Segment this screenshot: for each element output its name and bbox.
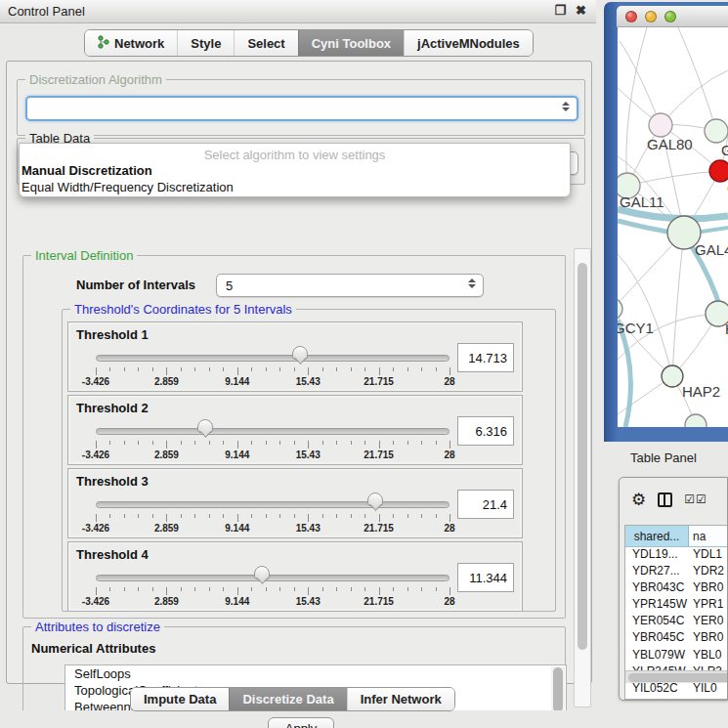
table-cell: YDL19... [625,547,689,564]
network-node-label: GAL11 [620,193,664,210]
threshold-value-field[interactable]: 21.4 [457,490,514,519]
bottom-tab-bar: Impute DataDiscretize DataInfer Network [130,687,455,711]
attribute-item[interactable]: SelfLoops [65,665,566,682]
network-window-titlebar[interactable] [617,6,728,27]
table-cell: YBR043C [625,580,689,597]
slider-track[interactable] [96,501,450,508]
slider-track[interactable] [96,428,450,435]
slider-handle[interactable] [292,346,308,360]
tab-infer-network[interactable]: Infer Network [347,688,454,710]
slider-tick-labels: -3.4262.8599.14415.4321.71528 [96,596,450,608]
slider-handle[interactable] [254,566,270,579]
network-edge-highlighted[interactable] [618,321,630,427]
table-cell: YDL1 [689,547,727,564]
threshold-panel: Threshold 2-3.4262.8599.14415.4321.71528… [67,395,523,465]
num-intervals-combobox[interactable]: 5 [216,274,484,297]
threshold-value-field[interactable]: 14.713 [457,343,514,372]
table-horizontal-scrollbar[interactable] [625,670,727,683]
table-row[interactable]: YIL052CYIL0 [625,681,727,698]
columns-icon[interactable] [658,492,672,507]
threshold-label: Threshold 2 [76,401,149,415]
tab-jactivemnodules[interactable]: jActiveMNodules [404,30,533,56]
zoom-traffic-light-icon[interactable] [664,11,676,22]
float-window-icon[interactable]: ❐ [554,3,566,18]
network-node-label: GAL80 [647,136,693,152]
threshold-label: Threshold 1 [76,327,149,342]
table-row[interactable]: YBL079WYBL0 [625,648,727,664]
tab-label: Style [191,36,221,51]
network-edge[interactable] [626,27,647,186]
table-row[interactable]: YBR045CYBR0 [625,630,727,647]
table-cell: YBR0 [689,630,727,647]
slider-track[interactable] [96,575,450,581]
discretization-algorithm-group: Discretization Algorithm [17,79,585,136]
apply-button[interactable]: Apply [268,717,334,728]
tab-network[interactable]: Network [85,30,177,56]
select-columns-checkboxes-icon[interactable]: ☑☑ [684,492,707,506]
tab-label: Infer Network [361,692,442,707]
node-table: shared... na YDL19...YDL1YDR27...YDR2YBR… [624,525,727,700]
network-edge[interactable] [618,254,672,376]
table-cell: YBL0 [689,648,727,664]
slider-track[interactable] [96,355,450,362]
control-panel-titlebar: Control Panel ❐ ✖ [0,0,596,23]
table-cell: YBR0 [689,580,727,597]
network-edge[interactable] [661,70,728,125]
attributes-scrollbar[interactable] [551,666,565,710]
column-header[interactable]: na [689,526,727,546]
table-row[interactable]: YDL19...YDL1 [625,547,727,564]
network-node[interactable] [705,119,728,143]
table-cell: YIL052C [625,681,689,698]
tab-impute-data[interactable]: Impute Data [131,688,229,710]
settings-vertical-scrollbar[interactable] [574,248,591,707]
threshold-value-field[interactable]: 11.344 [457,563,514,592]
threshold-value-field[interactable]: 6.316 [457,416,514,446]
slider-handle[interactable] [367,492,383,506]
cyni-toolbox-panel: Discretization Algorithm Select algorith… [6,61,592,684]
table-panel-toolbar: ⚙ ☑☑ [620,478,727,521]
tab-style[interactable]: Style [177,30,234,56]
slider-handle[interactable] [197,419,213,433]
close-icon[interactable]: ✖ [576,3,586,18]
table-row[interactable]: YBR043CYBR0 [625,580,727,597]
network-node[interactable] [649,113,672,137]
table-header-row: shared... na [625,526,727,547]
network-node[interactable] [618,298,622,320]
group-title: Threshold's Coordinates for 5 Intervals [70,302,296,317]
column-header[interactable]: shared... [625,526,689,546]
close-traffic-light-icon[interactable] [625,11,637,22]
table-row[interactable]: YPR145WYPR1 [625,597,727,614]
top-tab-bar: NetworkStyleSelectCyni ToolboxjActiveMNo… [84,29,534,57]
network-node-label: HAP2 [682,383,720,400]
network-canvas[interactable]: GAL80GACGAL11GAL4GCY1HHAP2 [618,27,728,427]
network-node[interactable] [685,414,707,427]
algorithm-combobox[interactable] [25,96,578,121]
tab-discretize-data[interactable]: Discretize Data [229,688,346,710]
tab-label: Cyni Toolbox [312,36,391,51]
network-node[interactable] [709,160,728,182]
settings-scroll-area: Interval Definition Number of Intervals … [17,247,593,710]
slider-ticks [96,441,450,449]
stepper-icon [468,278,476,288]
table-cell: YPR1 [689,597,727,614]
network-edge-highlighted[interactable] [618,209,728,219]
table-row[interactable]: YER054CYER0 [625,614,727,630]
threshold-panel: Threshold 3-3.4262.8599.14415.4321.71528… [67,468,523,538]
tab-label: Select [247,36,284,51]
tab-label: Discretize Data [242,692,333,707]
dropdown-option[interactable]: Manual Discretization [20,162,570,179]
table-panel-title: Table Panel [630,450,697,465]
dropdown-option[interactable]: Equal Width/Frequency Discretization [20,179,570,195]
tab-cyni-toolbox[interactable]: Cyni Toolbox [298,30,404,56]
gear-icon[interactable]: ⚙ [631,490,646,510]
tab-label: Impute Data [144,692,216,707]
group-title: Interval Definition [31,248,137,263]
network-edge[interactable] [672,233,684,376]
network-node-label: GA [721,142,728,158]
num-intervals-label: Number of Intervals [76,278,195,292]
network-node[interactable] [662,365,683,387]
table-row[interactable]: YDR27...YDR2 [625,564,727,580]
slider-tick-labels: -3.4262.8599.14415.4321.71528 [96,450,450,461]
minimize-traffic-light-icon[interactable] [645,11,657,22]
tab-select[interactable]: Select [234,30,297,56]
